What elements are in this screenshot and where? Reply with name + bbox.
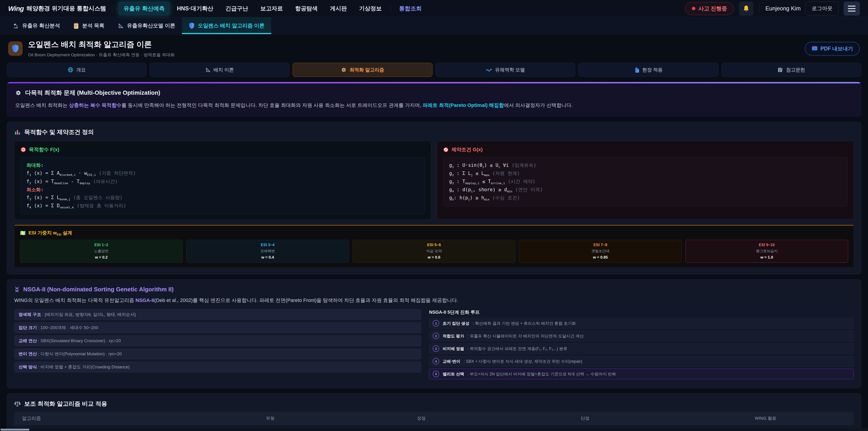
esi-weights-title: ESI 가중치 wESI 설계 [20,229,848,236]
nav-item-hns[interactable]: HNS·대기확산 [171,2,219,16]
esi-card-3-4: ESI 3~4 모래해변 w = 0.4 [186,240,349,263]
esi-range: ESI 3~4 [188,243,347,247]
esi-shore-type: 맹그로브습지 [687,249,846,254]
tab-label: 개요 [76,67,86,73]
target-icon [20,147,26,153]
tab-references[interactable]: 참고문헌 [721,63,861,77]
param-row-selection: 선택 방식 : 비지배 정렬 + 혼잡도 거리(Crowding Distanc… [14,362,421,372]
formula-line: f3 (x) = Σ Lboom,j (총 오일펜스 사용량) [26,194,419,202]
pdf-export-button[interactable]: PDF 내보내기 [805,42,860,56]
wave-icon [486,67,492,72]
step-number: 2 [433,333,439,339]
ruler-icon [118,23,124,29]
esi-weight: w = 0.6 [355,255,513,260]
formula-line: g3 : Tdeploy,i ≤ Tarrive,i (시간 제약) [449,178,842,186]
incident-status-badge: 사고 진행중 [685,2,734,15]
incident-status-label: 사고 진행중 [699,5,727,12]
formula-line: g4 : d(pi, shore) ≥ dmin (연안 이격) [449,186,842,194]
page-icon-badge [8,41,23,56]
nav-item-reports[interactable]: 보고자료 [255,2,288,16]
page-title: 오일펜스 배치 최적화 알고리즘 이론 [28,39,175,50]
nav-item-integrated-search[interactable]: 통합조회 [394,2,427,16]
formula-line: 최소화: [26,186,419,194]
subnav-label: 유출유확산모델 이론 [127,22,175,29]
gear-icon [341,67,347,73]
tab-hydrodynamics-model[interactable]: 유체역학 모델 [436,63,575,77]
esi-range: ESI 9~10 [687,243,846,247]
tab-field-application[interactable]: 현장 적용 [579,63,718,77]
constraints-panel: 제약조건 G(x) g1 : U·sin(θi) ≤ Uc ∀i (임계유속) … [437,141,854,219]
bell-icon [743,5,749,12]
top-bar: Wing 해양환경 위기대응 통합시스템 유출유 확산예측 HNS·대기확산 긴… [0,0,868,17]
no-entry-icon [443,147,449,153]
nsga-description: WING의 오일펜스 배치 최적화는 다목적 유전알고리즘 NSGA-II(De… [14,297,854,304]
nav-item-aerial-search[interactable]: 항공탐색 [290,2,323,16]
microscope-icon [13,23,19,29]
esi-range: ESI 5~6 [355,243,513,247]
evolution-step-1: 1 초기 집단 생성 : 확산예측 결과 기반 랜덤 + 휴리스틱 배치안 혼합… [429,318,854,329]
tab-label: 유체역학 모델 [495,67,525,73]
esi-card-1-2: ESI 1~2 노출암반 w = 0.2 [20,240,183,263]
subnav-item-diffusion-model-theory[interactable]: 유출유확산모델 이론 [111,17,182,34]
formula-line: f2 (x) = Tdeadline - Tdeploy (여유시간) [26,178,419,186]
horizontal-scrollbar-track[interactable] [0,428,868,431]
nsga-evolution-loop: NSGA-II 5단계 진화 루프 1 초기 집단 생성 : 확산예측 결과 기… [429,309,854,381]
esi-card-9-10: ESI 9~10 맹그로브습지 w = 1.0 [685,240,848,263]
objective-panel-title-text: 목적함수 F(x) [29,146,59,153]
hamburger-menu-button[interactable] [844,2,860,16]
nav-item-rescue[interactable]: 긴급구난 [220,2,254,16]
step-number: 1 [433,320,439,327]
tab-optimization-algorithm[interactable]: 최적화 알고리즘 [293,63,432,77]
highlight-conflicting-objectives: 상충하는 복수 목적함수 [69,102,121,108]
nsga-params-list: 염색체 구조 : [배치지점 좌표, 방향각θ, 길이L, 형태, 배치순서] … [14,309,421,381]
evolution-step-4: 4 교배·변이 : SBX + 다항식 변이로 자식 세대 생성, 제약조건 위… [429,356,854,367]
nav-item-weather[interactable]: 기상정보 [354,2,387,16]
purple-accent-line [7,82,861,83]
secondary-nav: 유출유 확산분석 분석 목록 유출유확산모델 이론 오일펜스 배치 알고리즘 이… [0,17,868,34]
tab-deployment-theory[interactable]: 배치 이론 [150,63,289,77]
section-title-nsga: NSGA-II (Non-dominated Sorting Genetic A… [14,286,854,293]
shield-icon [11,44,19,53]
scales-icon [14,401,21,407]
clipboard-icon [73,23,79,29]
subnav-label: 오일펜스 배치 알고리즘 이론 [198,22,265,29]
horizontal-scrollbar-thumb[interactable] [0,429,29,431]
nav-item-oil-spill-prediction[interactable]: 유출유 확산예측 [118,2,170,16]
alert-dot-icon [692,7,695,10]
algorithm-comparison-section: 보조 최적화 알고리즘 비교 적용 알고리즘 유형 장점 단점 WING 활용 … [7,393,861,431]
esi-weights-title-text: ESI 가중치 wESI 설계 [29,229,72,236]
step-number: 5 [433,371,439,377]
constraints-formula-block: g1 : U·sin(θi) ≤ Uc ∀i (임계유속) g2 : Σ Lj … [443,157,848,206]
section-title-text: NSGA-II (Non-dominated Sorting Genetic A… [23,286,174,293]
bar-chart-icon [14,129,21,135]
objective-constraints-section: 목적함수 및 제약조건 정의 목적함수 F(x) 최대화: f1 (x) = Σ… [7,122,861,274]
col-header-type: 유형 [191,415,350,422]
formula-line: f1 (x) = Σ Ablocked,i · wESI,i (가중 차단면적) [26,169,419,177]
user-name: Eunjeong Kim [765,5,801,12]
tab-overview[interactable]: 개요 [7,63,147,77]
shield-icon [189,22,195,29]
step-number: 4 [433,358,439,365]
section-title-comparison: 보조 최적화 알고리즘 비교 적용 [14,400,854,408]
step-number: 3 [433,345,439,352]
book-icon [811,45,818,52]
brand-logo[interactable]: Wing 해양환경 위기대응 통합시스템 [8,4,106,12]
subnav-item-spill-analysis[interactable]: 유출유 확산분석 [6,17,67,34]
evolution-step-5: 5 엘리트 선택 : 부모+자식 2N 집단에서 비지배 정렬+혼잡도 기준으로… [429,369,854,379]
esi-shore-type: 모래해변 [188,249,347,254]
esi-weights-panel: ESI 가중치 wESI 설계 ESI 1~2 노출암반 w = 0.2 ESI… [14,225,854,267]
app-title: 해양환경 위기대응 통합시스템 [26,4,106,12]
esi-shore-type: 자갈·조약 [355,249,513,254]
subnav-item-analysis-list[interactable]: 분석 목록 [67,17,111,34]
notifications-button[interactable] [739,1,753,16]
tab-label: 배치 이론 [214,67,234,73]
primary-nav: 유출유 확산예측 HNS·대기확산 긴급구난 보고자료 항공탐색 게시판 기상정… [118,2,427,16]
logout-button[interactable]: 로그아웃 [806,2,839,16]
nav-item-board[interactable]: 게시판 [324,2,352,16]
subnav-item-boom-algorithm-theory[interactable]: 오일펜스 배치 알고리즘 이론 [182,17,271,34]
section-title-text: 보조 최적화 알고리즘 비교 적용 [24,400,107,408]
constraints-panel-title: 제약조건 G(x) [443,146,848,153]
formula-line: g1 : U·sin(θi) ≤ Uc ∀i (임계유속) [449,161,842,170]
ruler-icon [206,67,211,72]
hamburger-icon [848,6,856,6]
